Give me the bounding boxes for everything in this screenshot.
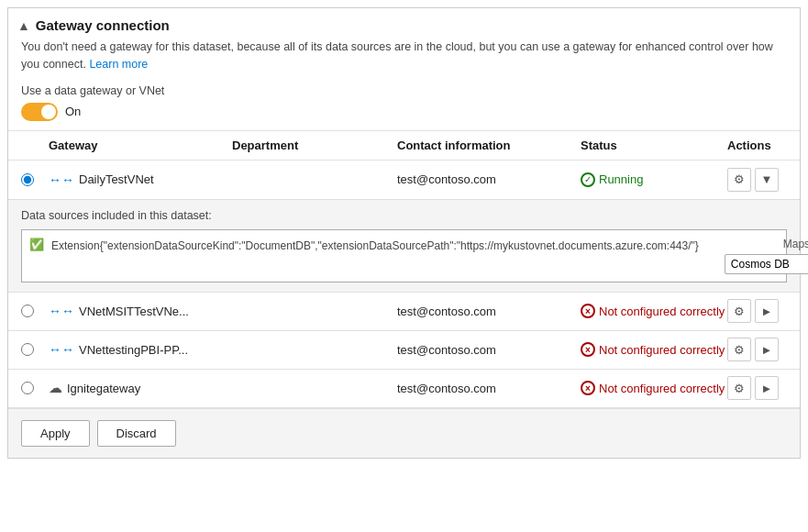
- panel-description: You don't need a gateway for this datase…: [8, 39, 800, 73]
- maps-to-label: Maps to:: [783, 238, 808, 250]
- header-status: Status: [581, 139, 727, 152]
- row3-status: × Not configured correctly: [581, 342, 727, 357]
- row2-gateway-name: VNetMSITTestVNe...: [79, 305, 189, 318]
- row4-status: × Not configured correctly: [581, 381, 727, 395]
- row3-radio-cell: [21, 343, 49, 356]
- row3-status-text: Not configured correctly: [599, 343, 725, 357]
- row4-actions: ⚙ ►: [727, 376, 801, 400]
- gateway-connection-panel: ▲ Gateway connection You don't need a ga…: [7, 7, 801, 459]
- header-radio: [21, 139, 49, 152]
- row4-settings-button[interactable]: ⚙: [727, 376, 751, 400]
- row4-status-text: Not configured correctly: [599, 382, 725, 395]
- row1-contact: test@contoso.com: [397, 172, 581, 186]
- row1-status: ✓ Running: [581, 172, 727, 187]
- row4-radio-cell: [21, 382, 49, 394]
- panel-title: Gateway connection: [36, 17, 170, 33]
- row1-gateway: ↔↔ DailyTestVNet: [49, 172, 232, 187]
- row4-contact: test@contoso.com: [397, 382, 581, 395]
- row3-contact: test@contoso.com: [397, 343, 581, 357]
- row3-radio[interactable]: [21, 343, 34, 356]
- row2-gateway: ↔↔ VNetMSITTestVNe...: [49, 304, 232, 318]
- panel-footer: Apply Discard: [8, 408, 800, 458]
- row2-contact: test@contoso.com: [397, 305, 581, 318]
- row1-expanded: Data sources included in this dataset: ✅…: [8, 199, 800, 292]
- learn-more-link[interactable]: Learn more: [89, 58, 148, 71]
- table-row: ↔↔ DailyTestVNet test@contoso.com ✓ Runn…: [8, 161, 800, 293]
- row2-expand-button[interactable]: ►: [755, 299, 779, 323]
- row2-status: × Not configured correctly: [581, 304, 727, 318]
- error-icon: ×: [581, 381, 595, 395]
- error-icon: ×: [581, 342, 595, 357]
- row3-actions: ⚙ ►: [727, 338, 801, 361]
- maps-to-select[interactable]: Cosmos DB SQL Server Azure SQL: [725, 254, 808, 274]
- row-daily-top: ↔↔ DailyTestVNet test@contoso.com ✓ Runn…: [8, 161, 800, 199]
- header-department: Department: [232, 139, 397, 152]
- table-row: ↔↔ VNettestingPBI-PP... test@contoso.com…: [8, 331, 800, 370]
- row2-status-text: Not configured correctly: [599, 305, 725, 318]
- vnet-icon: ↔↔: [49, 342, 74, 357]
- toggle-label-text: Use a data gateway or VNet: [21, 84, 787, 97]
- row3-gateway-name: VNettestingPBI-PP...: [79, 343, 188, 357]
- apply-button[interactable]: Apply: [21, 420, 90, 447]
- row1-gateway-name: DailyTestVNet: [79, 172, 154, 186]
- toggle-row: On: [21, 103, 787, 121]
- row2-actions: ⚙ ►: [727, 299, 801, 323]
- toggle-state-text: On: [65, 105, 81, 118]
- header-contact: Contact information: [397, 139, 581, 152]
- header-actions: Actions: [727, 139, 801, 152]
- row1-radio-cell: [21, 173, 49, 186]
- maps-to-section: Maps to: Cosmos DB SQL Server Azure SQL: [706, 238, 808, 274]
- running-check-icon: ✓: [581, 172, 595, 187]
- row2-settings-button[interactable]: ⚙: [727, 299, 751, 323]
- table-row: ☁ Ignitegateway test@contoso.com × Not c…: [8, 370, 800, 408]
- row2-radio[interactable]: [21, 305, 34, 317]
- row4-radio[interactable]: [21, 382, 34, 394]
- row4-gateway: ☁ Ignitegateway: [49, 380, 232, 396]
- error-icon: ×: [581, 304, 595, 318]
- header-gateway: Gateway: [49, 139, 232, 152]
- table-row: ↔↔ VNetMSITTestVNe... test@contoso.com ×…: [8, 293, 800, 331]
- row4-gateway-name: Ignitegateway: [67, 382, 140, 395]
- row3-expand-button[interactable]: ►: [755, 338, 779, 361]
- toggle-section: Use a data gateway or VNet On: [8, 79, 800, 130]
- collapse-icon[interactable]: ▲: [17, 18, 30, 33]
- row4-expand-button[interactable]: ►: [755, 376, 779, 400]
- gateway-toggle[interactable]: [21, 103, 58, 121]
- gateway-table: Gateway Department Contact information S…: [8, 130, 800, 408]
- datasource-box: ✅ Extension{"extensionDataSourceKind":"D…: [21, 229, 787, 283]
- row2-radio-cell: [21, 305, 49, 317]
- row1-expand-button[interactable]: ▼: [755, 168, 779, 192]
- row1-status-text: Running: [599, 172, 643, 186]
- datasource-text: Extension{"extensionDataSourceKind":"Doc…: [51, 238, 699, 254]
- row1-settings-button[interactable]: ⚙: [727, 168, 751, 192]
- row3-settings-button[interactable]: ⚙: [727, 338, 751, 361]
- vnet-icon: ↔↔: [49, 304, 74, 318]
- discard-button[interactable]: Discard: [97, 420, 176, 447]
- row3-gateway: ↔↔ VNettestingPBI-PP...: [49, 342, 232, 357]
- datasource-label: Data sources included in this dataset:: [21, 209, 787, 222]
- datasource-check-icon: ✅: [29, 238, 44, 251]
- row1-radio[interactable]: [21, 173, 34, 186]
- vnet-icon: ↔↔: [49, 172, 74, 187]
- cloud-gateway-icon: ☁: [49, 380, 62, 396]
- row1-actions: ⚙ ▼: [727, 168, 801, 192]
- panel-header: ▲ Gateway connection: [8, 8, 800, 39]
- table-header: Gateway Department Contact information S…: [8, 131, 800, 161]
